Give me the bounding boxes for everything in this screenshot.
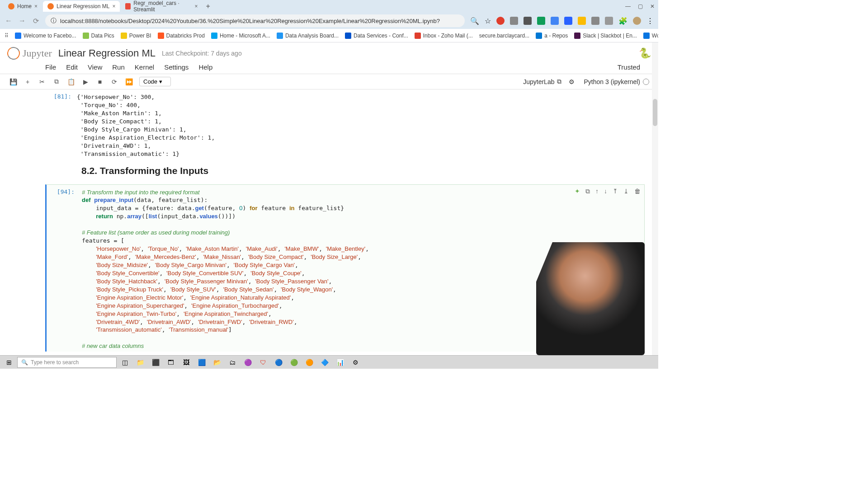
app-icon[interactable]: 🗔: [164, 357, 178, 368]
menu-run[interactable]: Run: [112, 63, 125, 71]
ext-icon[interactable]: [537, 17, 545, 25]
save-icon[interactable]: 💾: [9, 78, 17, 86]
tab-streamlit[interactable]: Regr_model_cars · Streamlit ×: [121, 1, 202, 12]
menu-help[interactable]: Help: [198, 63, 212, 71]
notebook-title[interactable]: Linear Regression ML: [58, 47, 156, 59]
app-icon[interactable]: 🟠: [302, 357, 316, 368]
close-icon[interactable]: ×: [34, 3, 38, 9]
ai-icon[interactable]: ✦: [575, 188, 580, 195]
insert-below-icon[interactable]: ⤓: [623, 188, 629, 195]
bookmark[interactable]: Home - Microsoft A...: [211, 33, 270, 39]
app-icon[interactable]: ⬛: [148, 357, 163, 368]
star-icon[interactable]: ☆: [485, 17, 491, 25]
app-icon[interactable]: 🔷: [317, 357, 332, 368]
ext-icon[interactable]: [496, 17, 505, 25]
cut-icon[interactable]: ✂: [38, 78, 46, 86]
ext-icon[interactable]: [510, 17, 518, 25]
search-input[interactable]: 🔍 Type here to search: [17, 357, 117, 368]
start-icon[interactable]: ⊞: [2, 357, 16, 368]
tab-notebook[interactable]: Linear Regression ML ×: [43, 1, 120, 12]
menu-kernel[interactable]: Kernel: [135, 63, 154, 71]
ext-icon[interactable]: [591, 17, 599, 25]
jupyter-logo[interactable]: Jupyter: [7, 47, 52, 60]
paste-icon[interactable]: 📋: [67, 78, 75, 86]
add-cell-icon[interactable]: +: [24, 78, 32, 86]
fast-forward-icon[interactable]: ⏩: [125, 78, 133, 86]
ext-icon[interactable]: [524, 17, 532, 25]
close-icon[interactable]: ×: [194, 3, 198, 9]
cell-toolbar: ✦ ⧉ ↑ ↓ ⤒ ⤓ 🗑: [575, 188, 641, 195]
ext-icon[interactable]: [578, 17, 586, 25]
bookmark[interactable]: Data Services - Conf...: [345, 33, 408, 39]
app-icon[interactable]: 📊: [333, 357, 347, 368]
maximize-icon[interactable]: ▢: [638, 3, 643, 9]
output-cell: [81]: {'Horsepower_No': 300, 'Torque_No'…: [45, 93, 645, 158]
insert-above-icon[interactable]: ⤒: [613, 188, 618, 195]
move-up-icon[interactable]: ↑: [595, 188, 599, 195]
menu-settings[interactable]: Settings: [164, 63, 189, 71]
open-icon[interactable]: ⧉: [557, 78, 561, 85]
apps-icon[interactable]: ⠿: [5, 33, 9, 39]
profile-icon[interactable]: [633, 17, 641, 25]
cell-type-select[interactable]: Code ▾: [139, 77, 171, 86]
app-icon[interactable]: ⚙: [348, 357, 363, 368]
app-icon[interactable]: 🟣: [241, 357, 255, 368]
bookmark[interactable]: Data Pics: [83, 33, 114, 39]
kernel-name[interactable]: Python 3 (ipykernel): [584, 78, 640, 85]
trash-icon[interactable]: 🗑: [634, 188, 641, 195]
bookmark[interactable]: Welcome to Facebo...: [15, 33, 76, 39]
app-icon[interactable]: 🗂: [225, 357, 240, 368]
stop-icon[interactable]: ■: [96, 78, 104, 86]
app-icon[interactable]: 📁: [133, 357, 147, 368]
bookmark[interactable]: secure.barclaycard...: [479, 33, 529, 39]
app-icon[interactable]: 🛡: [256, 357, 270, 368]
toolbar: 💾 + ✂ ⧉ 📋 ▶ ■ ⟳ ⏩ Code ▾ JupyterLab ⧉ ⚙ …: [0, 74, 658, 89]
move-down-icon[interactable]: ↓: [604, 188, 607, 195]
markdown-heading[interactable]: 8.2. Transforming the Inputs: [81, 165, 645, 176]
app-icon[interactable]: 📂: [210, 357, 224, 368]
ext-icon[interactable]: [605, 17, 613, 25]
new-tab-button[interactable]: +: [206, 2, 210, 10]
run-icon[interactable]: ▶: [81, 78, 90, 86]
address-bar: ← → ⟳ ⓘ localhost:8888/notebooks/Desktop…: [0, 13, 658, 29]
bookmark[interactable]: Slack | Slackbot | En...: [574, 33, 637, 39]
back-icon[interactable]: ←: [5, 17, 13, 25]
menu-file[interactable]: File: [45, 63, 56, 71]
copy-icon[interactable]: ⧉: [52, 78, 61, 86]
minimize-icon[interactable]: —: [625, 3, 631, 9]
bookmark[interactable]: Inbox - Zoho Mail (...: [415, 33, 473, 39]
close-window-icon[interactable]: ✕: [650, 3, 655, 9]
menu-icon[interactable]: ⋮: [646, 17, 654, 25]
zoom-icon[interactable]: 🔍: [470, 17, 479, 25]
forward-icon[interactable]: →: [18, 17, 26, 25]
app-icon[interactable]: 🖼: [179, 357, 193, 368]
app-icon[interactable]: 🟦: [194, 357, 209, 368]
duplicate-icon[interactable]: ⧉: [585, 188, 590, 195]
bookmark[interactable]: Data Analysis Board...: [277, 33, 339, 39]
reload-icon[interactable]: ⟳: [32, 17, 40, 25]
menu-edit[interactable]: Edit: [66, 63, 78, 71]
url-text: localhost:8888/notebooks/Desktop/2024%20…: [60, 18, 440, 24]
chrome-icon[interactable]: 🔵: [271, 357, 286, 368]
bookmark[interactable]: Workday wmeimg: [643, 33, 658, 39]
tab-label: Regr_model_cars · Streamlit: [133, 0, 192, 13]
close-icon[interactable]: ×: [112, 3, 115, 9]
bookmark[interactable]: Power BI: [121, 33, 151, 39]
bookmark[interactable]: a - Repos: [536, 33, 568, 39]
bookmark[interactable]: Databricks Prod: [158, 33, 205, 39]
task-view-icon[interactable]: ◫: [118, 357, 132, 368]
extensions-icon[interactable]: 🧩: [618, 17, 627, 25]
menu-view[interactable]: View: [88, 63, 102, 71]
jupyterlab-link[interactable]: JupyterLab: [523, 78, 554, 85]
python-logo-icon: 🐍: [639, 47, 651, 59]
ext-icon[interactable]: [564, 17, 572, 25]
scroll-thumb[interactable]: [653, 99, 657, 126]
url-input[interactable]: ⓘ localhost:8888/notebooks/Desktop/2024%…: [45, 14, 465, 27]
restart-icon[interactable]: ⟳: [110, 78, 118, 86]
ext-icon[interactable]: [551, 17, 559, 25]
gear-icon[interactable]: ⚙: [569, 78, 575, 85]
chrome-icon[interactable]: 🟢: [287, 357, 301, 368]
tab-home[interactable]: Home ×: [4, 1, 42, 12]
scrollbar[interactable]: [652, 42, 658, 355]
trusted-badge: Trusted: [618, 63, 640, 71]
